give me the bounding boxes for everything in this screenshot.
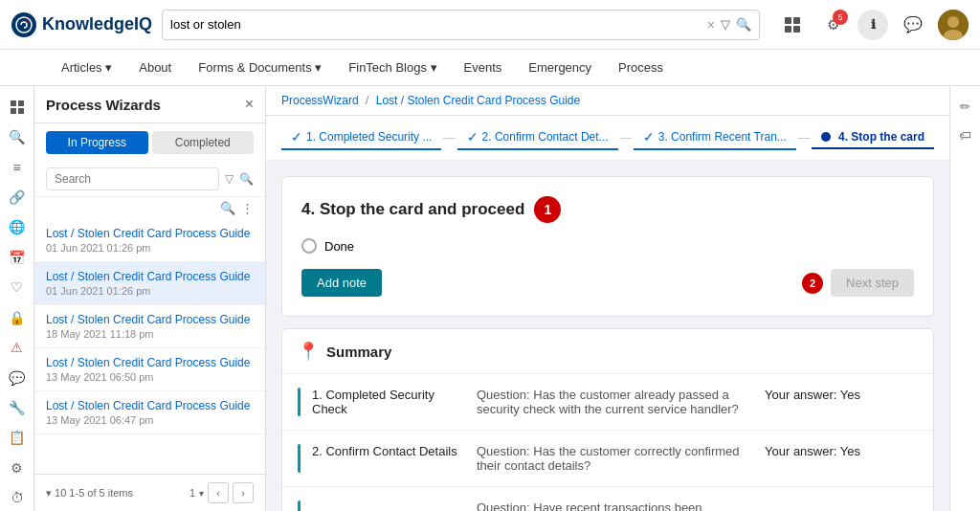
nav-emergency[interactable]: Emergency xyxy=(517,55,603,80)
search-clear-icon[interactable]: × xyxy=(707,17,715,33)
step1-label: 1. Completed Security ... xyxy=(306,130,432,144)
summary-answer-1: Your answer: Yes xyxy=(765,388,918,402)
content-area: ProcessWizard / Lost / Stolen Credit Car… xyxy=(266,86,949,511)
nav-fintech[interactable]: FinTech Blogs ▾ xyxy=(337,55,448,80)
next-page-button[interactable]: › xyxy=(233,482,254,503)
list-item[interactable]: Lost / Stolen Credit Card Process Guide … xyxy=(34,262,265,305)
summary-pin-icon: 📍 xyxy=(298,341,319,362)
wizard-filter-icon[interactable]: ▽ xyxy=(225,172,234,186)
sidebar-link-icon[interactable]: 🔗 xyxy=(4,184,31,210)
wizard-more-icon[interactable]: ⋮ xyxy=(241,201,254,215)
logo-text: KnowledgeIQ xyxy=(42,14,152,34)
left-sidebar-icons: 🔍 ≡ 🔗 🌐 📅 ♡ 🔒 ⚠ 💬 🔧 📋 ⚙ ⏱ xyxy=(0,86,34,511)
right-tag-icon[interactable]: 🏷 xyxy=(953,122,978,147)
step-divider xyxy=(798,138,810,139)
sidebar-alert-icon[interactable]: ⚠ xyxy=(4,334,31,360)
svg-point-1 xyxy=(26,20,29,23)
wizard-search-bar: ▽ 🔍 xyxy=(34,162,265,197)
list-item[interactable]: Lost / Stolen Credit Card Process Guide … xyxy=(34,391,265,434)
sidebar-calendar-icon[interactable]: 📅 xyxy=(4,244,31,270)
summary-answer-2: Your answer: Yes xyxy=(765,444,918,458)
breadcrumb: ProcessWizard / Lost / Stolen Credit Car… xyxy=(266,86,949,116)
main-layout: 🔍 ≡ 🔗 🌐 📅 ♡ 🔒 ⚠ 💬 🔧 📋 ⚙ ⏱ Process Wizard… xyxy=(0,86,980,511)
list-item-title: Lost / Stolen Credit Card Process Guide xyxy=(46,356,254,369)
sidebar-settings-icon[interactable]: ⚙ xyxy=(4,455,31,480)
search-magnify-icon[interactable]: 🔍 xyxy=(736,17,751,32)
nav-process[interactable]: Process xyxy=(607,55,675,80)
topbar-right: ⚙ 5 ℹ 💬 xyxy=(777,10,969,40)
step-heading: 4. Stop the card and proceed 1 xyxy=(301,196,914,223)
logo: KnowledgeIQ xyxy=(11,12,152,37)
wizard-close-button[interactable]: × xyxy=(245,96,254,113)
page-dropdown-icon[interactable]: ▾ xyxy=(199,488,204,499)
next-step-button[interactable]: Next step xyxy=(831,269,914,297)
summary-row-2: 2. Confirm Contact Details Question: Has… xyxy=(282,431,933,487)
sidebar-clipboard-icon[interactable]: 📋 xyxy=(4,425,31,451)
navbar: Articles ▾ About Forms & Documents ▾ Fin… xyxy=(0,50,980,86)
step-divider xyxy=(443,138,455,139)
step-1[interactable]: ✓ 1. Completed Security ... xyxy=(281,125,441,150)
list-item-title: Lost / Stolen Credit Card Process Guide xyxy=(46,313,254,326)
list-item-title: Lost / Stolen Credit Card Process Guide xyxy=(46,270,254,283)
breadcrumb-part2[interactable]: Lost / Stolen Credit Card Process Guide xyxy=(376,94,580,107)
tab-in-progress[interactable]: In Progress xyxy=(46,131,148,154)
step-divider xyxy=(620,138,632,139)
avatar[interactable] xyxy=(938,10,969,40)
step-card: 4. Stop the card and proceed 1 Done Add … xyxy=(281,176,934,317)
sidebar-tool-icon[interactable]: 🔧 xyxy=(4,394,31,420)
right-edit-icon[interactable]: ✏ xyxy=(953,94,978,119)
sidebar-lock-icon[interactable]: 🔒 xyxy=(4,304,31,330)
step4-dot-icon xyxy=(821,132,831,142)
wizard-title: Process Wizards xyxy=(46,97,161,113)
step1-check-icon: ✓ xyxy=(291,129,302,144)
step-circle-2: 2 xyxy=(802,273,823,294)
prev-page-button[interactable]: ‹ xyxy=(208,482,229,503)
search-filter-icon[interactable]: ▽ xyxy=(721,17,730,32)
sidebar-time-icon[interactable]: ⏱ xyxy=(4,484,31,510)
list-item[interactable]: Lost / Stolen Credit Card Process Guide … xyxy=(34,219,265,262)
sidebar-globe-icon[interactable]: 🌐 xyxy=(4,214,31,240)
list-item-date: 13 May 2021 06:47 pm xyxy=(46,414,254,426)
add-note-button[interactable]: Add note xyxy=(301,269,382,297)
breadcrumb-part1[interactable]: ProcessWizard xyxy=(281,94,359,107)
chat-icon[interactable]: 💬 xyxy=(898,10,928,40)
step-4[interactable]: 4. Stop the card xyxy=(812,126,934,149)
settings-badge: 5 xyxy=(833,10,848,25)
wizard-search-input[interactable] xyxy=(46,167,219,190)
nav-forms[interactable]: Forms & Documents ▾ xyxy=(187,55,333,80)
done-label: Done xyxy=(324,239,354,254)
sidebar-heart-icon[interactable]: ♡ xyxy=(4,275,31,300)
page-num: 1 xyxy=(189,487,195,499)
wizard-search-icon2[interactable]: 🔍 xyxy=(220,201,235,215)
logo-icon xyxy=(11,12,36,37)
pagination: 1 ▾ ‹ › xyxy=(189,482,254,503)
grid-view-icon[interactable] xyxy=(777,10,808,40)
list-item[interactable]: Lost / Stolen Credit Card Process Guide … xyxy=(34,305,265,348)
sidebar-chat-icon[interactable]: 💬 xyxy=(4,365,31,390)
settings-icon[interactable]: ⚙ 5 xyxy=(817,10,848,40)
done-radio[interactable] xyxy=(301,238,317,254)
info-icon[interactable]: ℹ xyxy=(858,10,888,40)
nav-events[interactable]: Events xyxy=(453,55,514,80)
sidebar-menu-icon[interactable]: ≡ xyxy=(4,154,31,180)
wizard-toolbar: 🔍 ⋮ xyxy=(34,197,265,219)
tab-completed[interactable]: Completed xyxy=(152,131,255,154)
nav-about[interactable]: About xyxy=(127,55,183,80)
sidebar-grid-icon[interactable] xyxy=(4,94,31,120)
list-item-date: 13 May 2021 06:50 pm xyxy=(46,371,254,383)
wizard-panel: Process Wizards × In Progress Completed … xyxy=(34,86,266,511)
search-input[interactable] xyxy=(170,17,707,32)
summary-question-3: Question: Have recent transactions been xyxy=(477,500,753,511)
step4-label: 4. Stop the card xyxy=(838,130,924,144)
wizard-search-icon[interactable]: 🔍 xyxy=(239,172,254,186)
list-item-date: 18 May 2021 11:18 pm xyxy=(46,328,254,340)
search-bar[interactable]: × ▽ 🔍 xyxy=(162,10,760,40)
done-row: Done xyxy=(301,238,914,254)
list-item[interactable]: Lost / Stolen Credit Card Process Guide … xyxy=(34,348,265,391)
nav-articles[interactable]: Articles ▾ xyxy=(50,55,123,80)
step-2[interactable]: ✓ 2. Confirm Contact Det... xyxy=(457,125,618,150)
summary-card: 📍 Summary 1. Completed Security Check Qu… xyxy=(281,328,934,511)
sidebar-search-icon[interactable]: 🔍 xyxy=(4,123,31,149)
summary-bar-2 xyxy=(298,444,301,473)
step-3[interactable]: ✓ 3. Confirm Recent Tran... xyxy=(634,125,796,150)
